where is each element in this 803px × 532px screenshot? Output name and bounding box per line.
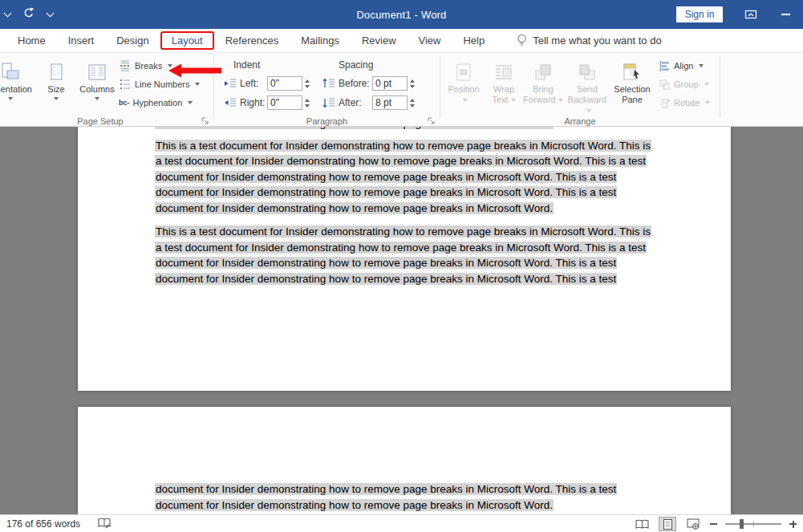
zoom-slider-thumb[interactable]	[740, 519, 744, 529]
spacing-before-input[interactable]	[372, 76, 408, 91]
group-arrange: Position Wrap Text Bring For	[440, 53, 720, 127]
selection-pane-label: Selection Pane	[611, 84, 653, 105]
tab-design[interactable]: Design	[105, 31, 160, 50]
selection-pane-button[interactable]: Selection Pane	[611, 55, 653, 105]
send-backward-icon	[578, 63, 597, 82]
position-label: Position	[444, 84, 483, 105]
columns-icon	[87, 63, 107, 82]
document-canvas: document for Insider demonstrating how t…	[0, 127, 803, 514]
tab-references[interactable]: References	[214, 31, 290, 50]
rotate-label: Rotate	[674, 98, 700, 108]
doc-line[interactable]: document for Insider demonstrating how t…	[155, 201, 684, 217]
page-setup-group-label: Page Setup	[0, 116, 213, 126]
stepper-down-icon[interactable]	[305, 104, 310, 108]
print-layout-icon[interactable]	[659, 517, 676, 531]
position-button[interactable]: Position	[444, 55, 483, 105]
tab-home[interactable]: Home	[6, 31, 57, 50]
size-button[interactable]: Size	[39, 55, 74, 100]
web-layout-icon[interactable]	[684, 517, 702, 531]
indent-left-label: Left:	[240, 78, 267, 89]
doc-line[interactable]: document for Insider demonstrating how t…	[155, 169, 684, 185]
dropdown-arrow-icon	[8, 97, 13, 100]
paragraph-group-label: Paragraph	[214, 116, 440, 126]
tab-layout[interactable]: Layout	[160, 31, 214, 50]
doc-line[interactable]: document for Insider demonstrating how t…	[155, 271, 684, 287]
doc-line[interactable]: a test document for Insider demonstratin…	[155, 153, 684, 169]
ribbon-display-options-icon[interactable]	[744, 8, 757, 24]
page-1[interactable]: document for Insider demonstrating how t…	[78, 127, 731, 391]
dropdown-arrow-icon	[54, 97, 59, 100]
sign-in-button[interactable]: Sign in	[676, 6, 723, 22]
indent-left-input[interactable]	[267, 76, 302, 91]
group-objects-icon	[659, 79, 671, 91]
zoom-in-button[interactable]	[789, 521, 797, 528]
spacing-before-label: Before:	[339, 78, 372, 89]
stepper-up-icon[interactable]	[305, 79, 310, 83]
indent-right-input[interactable]	[267, 95, 302, 110]
doc-line[interactable]: a test document for Insider demonstratin…	[155, 240, 684, 256]
dropdown-arrow-icon	[586, 109, 591, 112]
zoom-slider[interactable]	[725, 523, 781, 525]
minimize-button[interactable]	[781, 14, 790, 15]
indent-left-stepper[interactable]	[305, 79, 310, 88]
paragraph-dialog-launcher-icon[interactable]	[427, 115, 436, 124]
send-backward-button[interactable]: Send Backward	[565, 55, 610, 116]
align-button[interactable]: Align	[659, 58, 704, 74]
zoom-center-tick	[753, 522, 754, 526]
doc-line[interactable]: This is a test document for Insider demo…	[155, 138, 684, 154]
tab-mailings[interactable]: Mailings	[290, 31, 351, 50]
breaks-button[interactable]: Breaks	[119, 58, 172, 74]
page-break-icon	[119, 59, 132, 72]
indent-left-icon	[224, 77, 237, 90]
tab-help[interactable]: Help	[452, 31, 496, 50]
bring-forward-icon	[533, 63, 553, 82]
dropdown-arrow-icon	[463, 99, 468, 102]
stepper-up-icon[interactable]	[410, 99, 415, 102]
tell-me-label: Tell me what you want to do	[533, 35, 661, 47]
doc-line[interactable]: document for Insider demonstrating how t…	[155, 127, 684, 132]
stepper-down-icon[interactable]	[410, 104, 415, 108]
stepper-down-icon[interactable]	[410, 85, 415, 88]
dropdown-arrow-icon	[188, 101, 193, 104]
page-2[interactable]: document for Insider demonstrating how t…	[78, 407, 731, 514]
dropdown-arrow-icon	[699, 64, 704, 67]
align-icon	[659, 60, 671, 72]
wrap-text-button[interactable]: Wrap Text	[486, 55, 521, 105]
doc-line[interactable]: document for Insider demonstrating how t…	[155, 481, 684, 497]
selection-pane-icon	[623, 63, 642, 82]
page-setup-dialog-launcher-icon[interactable]	[201, 115, 210, 124]
indent-right-stepper[interactable]	[305, 99, 310, 108]
word-count[interactable]: 176 of 656 words	[6, 515, 80, 532]
group-button[interactable]: Group	[659, 76, 709, 92]
tell-me-box[interactable]: Tell me what you want to do	[517, 34, 661, 47]
spacing-before-stepper[interactable]	[410, 79, 415, 88]
size-label: Size	[39, 84, 74, 95]
zoom-out-button[interactable]	[710, 523, 717, 525]
paragraph-1: This is a test document for Insider demo…	[155, 138, 684, 217]
rotate-icon	[659, 97, 671, 109]
stepper-down-icon[interactable]	[305, 85, 310, 88]
doc-line[interactable]: document for Insider demonstrating how t…	[155, 255, 684, 271]
line-numbers-button[interactable]: Line Numbers	[119, 76, 200, 92]
read-mode-icon[interactable]	[633, 517, 651, 531]
columns-button[interactable]: Columns	[77, 55, 117, 100]
tab-view[interactable]: View	[408, 31, 452, 50]
doc-line[interactable]: document for Insider demonstrating how t…	[155, 497, 684, 514]
bring-forward-button[interactable]: Bring Forward	[523, 55, 563, 105]
stepper-up-icon[interactable]	[410, 79, 415, 83]
ribbon-display-options-icon	[744, 8, 757, 21]
stepper-up-icon[interactable]	[305, 99, 310, 102]
rotate-button[interactable]: Rotate	[659, 95, 710, 111]
hyphenation-button[interactable]: bc- Hyphenation	[119, 95, 193, 111]
tab-insert[interactable]: Insert	[57, 31, 106, 50]
proofing-errors-icon[interactable]	[98, 518, 111, 531]
hyphenation-icon: bc-	[119, 99, 130, 107]
title-bar: Document1 - Word Sign in	[0, 0, 803, 29]
spacing-after-input[interactable]	[372, 95, 408, 110]
orientation-button[interactable]: Orientation	[0, 55, 34, 100]
tab-review[interactable]: Review	[351, 31, 408, 50]
doc-line[interactable]: This is a test document for Insider demo…	[155, 224, 684, 240]
spacing-after-stepper[interactable]	[410, 99, 415, 108]
send-backward-label: Send Backward	[565, 84, 610, 116]
doc-line[interactable]: document for Insider demonstrating how t…	[155, 185, 684, 201]
